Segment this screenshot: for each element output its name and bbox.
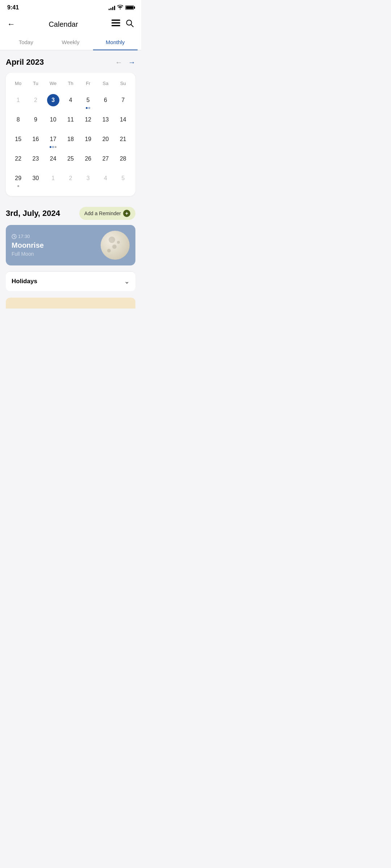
search-icon[interactable] [125, 19, 134, 30]
svg-rect-0 [112, 20, 120, 21]
next-month-button[interactable]: → [128, 58, 135, 67]
selected-header: 3rd, July, 2024 Add a Reminder + [6, 207, 135, 220]
day-cell[interactable]: 5 [79, 91, 97, 111]
month-nav: ← → [115, 58, 135, 67]
weekday-mo: Mo [9, 78, 27, 88]
day-cell[interactable]: 11 [62, 111, 79, 130]
day-cell[interactable]: 15 [9, 130, 27, 150]
day-cell[interactable]: 30 [27, 169, 44, 189]
day-cell[interactable]: 2 [27, 91, 44, 111]
moon-illustration [101, 231, 130, 260]
day-cell[interactable]: 6 [97, 91, 114, 111]
day-cell[interactable]: 10 [45, 111, 62, 130]
page-title: Calendar [49, 20, 78, 29]
svg-rect-2 [112, 25, 120, 26]
clock-icon [12, 234, 17, 239]
event-subtitle: Full Moon [12, 251, 101, 257]
day-cell[interactable]: 17 [45, 130, 62, 150]
event-dot [86, 107, 88, 109]
chevron-down-icon[interactable]: ⌄ [124, 277, 130, 285]
month-header: April 2023 ← → [6, 58, 135, 67]
event-time: 17:30 [12, 234, 101, 239]
day-cell[interactable]: 5 [114, 169, 132, 189]
day-cell[interactable]: 28 [114, 150, 132, 169]
weekday-th: Th [62, 78, 79, 88]
day-cell[interactable]: 23 [27, 150, 44, 169]
event-dot [55, 146, 56, 148]
holidays-section[interactable]: Holidays ⌄ [6, 271, 135, 291]
day-cell[interactable]: 18 [62, 130, 79, 150]
day-cell[interactable]: 16 [27, 130, 44, 150]
week-2: 8 9 10 11 12 13 14 [9, 111, 132, 130]
calendar-section: April 2023 ← → Mo Tu We Th Fr Sa Su 1 2 … [0, 50, 141, 200]
tab-weekly[interactable]: Weekly [48, 34, 93, 50]
day-cell[interactable]: 22 [9, 150, 27, 169]
day-cell[interactable]: 25 [62, 150, 79, 169]
day-cell[interactable]: 20 [97, 130, 114, 150]
day-cell[interactable]: 4 [62, 91, 79, 111]
svg-line-7 [14, 237, 15, 237]
battery-icon [125, 5, 134, 10]
calendar-card: Mo Tu We Th Fr Sa Su 1 2 3 4 5 6 7 8 9 1… [6, 73, 135, 196]
event-dot [17, 185, 19, 187]
list-icon[interactable] [112, 20, 120, 29]
add-reminder-button[interactable]: Add a Reminder + [79, 207, 135, 220]
day-cell[interactable]: 19 [79, 130, 97, 150]
week-4: 22 23 24 25 26 27 28 [9, 150, 132, 169]
day-num[interactable]: 1 [12, 94, 24, 106]
day-cell[interactable]: 4 [97, 169, 114, 189]
event-card[interactable]: 17:30 Moonrise Full Moon [6, 225, 135, 265]
day-cell[interactable]: 26 [79, 150, 97, 169]
day-num[interactable]: 5 [82, 94, 94, 106]
weekday-tu: Tu [27, 78, 44, 88]
wifi-icon [117, 5, 123, 10]
day-cell[interactable]: 21 [114, 130, 132, 150]
day-cell[interactable]: 27 [97, 150, 114, 169]
svg-rect-1 [112, 22, 120, 24]
day-cell[interactable]: 12 [79, 111, 97, 130]
holidays-label: Holidays [12, 278, 37, 285]
day-cell-today[interactable]: 3 [45, 91, 62, 111]
selected-date-section: 3rd, July, 2024 Add a Reminder + 17:30 M… [0, 200, 141, 298]
back-button[interactable]: ← [7, 20, 15, 29]
day-cell[interactable]: 8 [9, 111, 27, 130]
day-num[interactable]: 4 [64, 94, 77, 106]
week-5: 29 30 1 2 3 4 5 [9, 169, 132, 189]
tabs: Today Weekly Monthly [0, 34, 141, 50]
day-cell[interactable]: 2 [62, 169, 79, 189]
day-cell[interactable]: 1 [9, 91, 27, 111]
week-1: 1 2 3 4 5 6 7 [9, 91, 132, 111]
weekdays-header: Mo Tu We Th Fr Sa Su [9, 78, 132, 88]
tab-monthly[interactable]: Monthly [93, 34, 138, 50]
day-cell[interactable]: 29 [9, 169, 27, 189]
status-time: 9:41 [7, 4, 19, 11]
day-num-today[interactable]: 3 [47, 94, 59, 106]
day-num[interactable]: 7 [117, 94, 129, 106]
weekday-sa: Sa [97, 78, 114, 88]
day-num[interactable]: 2 [29, 94, 42, 106]
day-cell[interactable]: 13 [97, 111, 114, 130]
day-cell[interactable]: 3 [79, 169, 97, 189]
status-icons [109, 5, 134, 10]
selected-date: 3rd, July, 2024 [6, 209, 60, 218]
event-dot [88, 107, 90, 109]
day-cell[interactable]: 9 [27, 111, 44, 130]
svg-line-4 [131, 25, 133, 27]
week-3: 15 16 17 18 19 20 21 [9, 130, 132, 150]
month-title: April 2023 [6, 58, 44, 67]
day-cell[interactable]: 7 [114, 91, 132, 111]
add-reminder-label: Add a Reminder [84, 210, 121, 216]
weekday-su: Su [114, 78, 132, 88]
day-cell[interactable]: 24 [45, 150, 62, 169]
day-num[interactable]: 6 [100, 94, 112, 106]
bottom-peek-card [6, 298, 135, 309]
prev-month-button[interactable]: ← [115, 58, 122, 67]
weekday-we: We [45, 78, 62, 88]
status-bar: 9:41 [0, 0, 141, 13]
day-cell[interactable]: 14 [114, 111, 132, 130]
tab-today[interactable]: Today [4, 34, 48, 50]
add-reminder-plus-icon: + [123, 210, 130, 217]
header: ← Calendar [0, 13, 141, 34]
header-actions [112, 19, 134, 30]
day-cell[interactable]: 1 [45, 169, 62, 189]
